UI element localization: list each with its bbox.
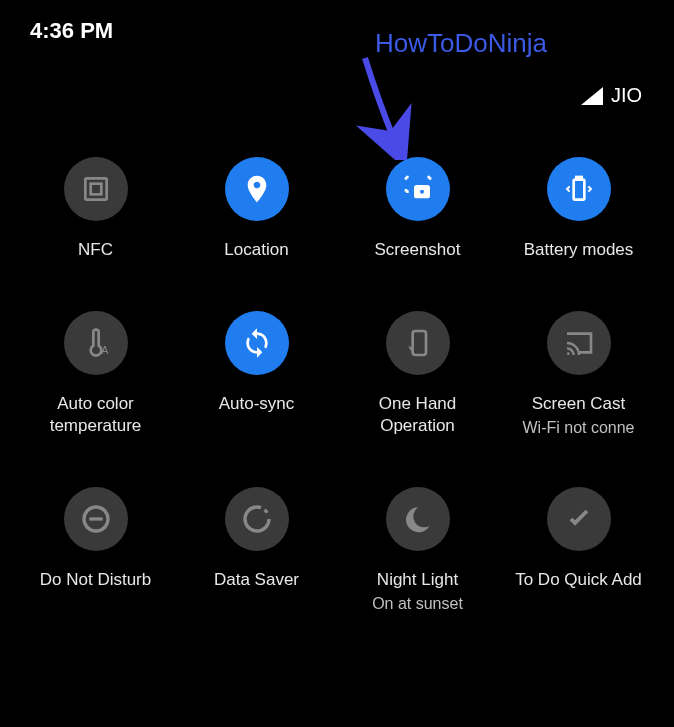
tile-auto-color-temperature[interactable]: A Auto color temperature: [20, 311, 171, 437]
tile-battery-modes[interactable]: Battery modes: [503, 157, 654, 261]
tile-label: Location: [224, 239, 288, 261]
tile-sublabel: Wi-Fi not conne: [522, 419, 634, 437]
battery-icon: [547, 157, 611, 221]
tile-label: Battery modes: [524, 239, 634, 261]
cast-icon: [547, 311, 611, 375]
tile-label: Auto-sync: [219, 393, 295, 415]
tile-location[interactable]: Location: [181, 157, 332, 261]
tile-label: Screen Cast: [532, 393, 626, 415]
tile-label: Data Saver: [214, 569, 299, 591]
tile-label: To Do Quick Add: [515, 569, 642, 591]
svg-rect-5: [576, 177, 581, 180]
autosync-icon: [225, 311, 289, 375]
location-icon: [225, 157, 289, 221]
svg-rect-4: [573, 180, 584, 200]
svg-point-8: [567, 352, 570, 355]
tile-label: Screenshot: [375, 239, 461, 261]
tile-label: Auto color temperature: [20, 393, 171, 437]
signal-icon: [581, 87, 603, 105]
nfc-icon: [64, 157, 128, 221]
todo-icon: [547, 487, 611, 551]
tile-screen-cast[interactable]: Screen Cast Wi-Fi not conne: [503, 311, 654, 437]
tile-label: One Hand Operation: [342, 393, 493, 437]
annotation-label: HowToDoNinja: [375, 28, 547, 59]
svg-rect-0: [85, 178, 106, 199]
screenshot-icon: [386, 157, 450, 221]
svg-point-3: [418, 188, 425, 195]
svg-rect-7: [412, 331, 425, 355]
tile-data-saver[interactable]: Data Saver: [181, 487, 332, 613]
svg-rect-1: [90, 184, 101, 195]
status-bar: 4:36 PM: [0, 0, 674, 54]
tile-label: Night Light: [377, 569, 458, 591]
tile-todo-quick-add[interactable]: To Do Quick Add: [503, 487, 654, 613]
clock-time: 4:36 PM: [30, 18, 113, 44]
nightlight-icon: [386, 487, 450, 551]
tile-label: Do Not Disturb: [40, 569, 151, 591]
tile-sublabel: On at sunset: [372, 595, 463, 613]
network-status: JIO: [0, 54, 674, 127]
carrier-label: JIO: [611, 84, 642, 107]
auto-color-icon: A: [64, 311, 128, 375]
quick-settings-grid: NFC Location Screenshot Battery: [0, 127, 674, 633]
tile-nfc[interactable]: NFC: [20, 157, 171, 261]
tile-auto-sync[interactable]: Auto-sync: [181, 311, 332, 437]
tile-one-hand-operation[interactable]: One Hand Operation: [342, 311, 493, 437]
tile-label: NFC: [78, 239, 113, 261]
datasaver-icon: [225, 487, 289, 551]
dnd-icon: [64, 487, 128, 551]
svg-text:A: A: [101, 344, 109, 356]
tile-do-not-disturb[interactable]: Do Not Disturb: [20, 487, 171, 613]
onehand-icon: [386, 311, 450, 375]
tile-night-light[interactable]: Night Light On at sunset: [342, 487, 493, 613]
tile-screenshot[interactable]: Screenshot: [342, 157, 493, 261]
